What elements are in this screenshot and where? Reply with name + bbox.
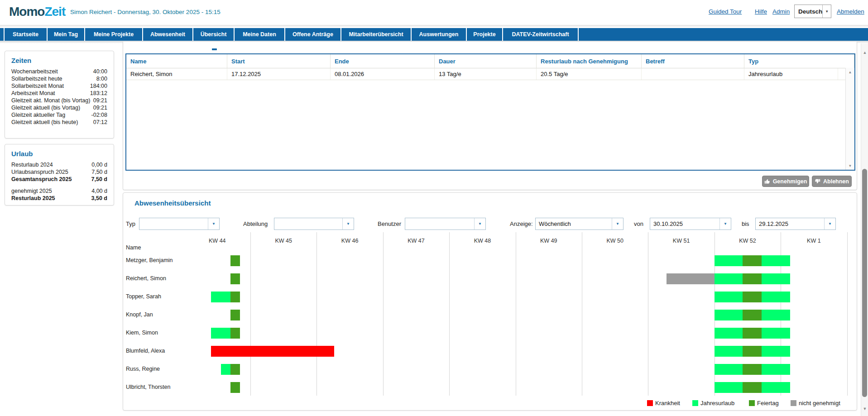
scrollbar-thumb[interactable] <box>862 169 867 397</box>
app-logo[interactable]: MomoZeit <box>9 5 65 19</box>
chevron-down-icon[interactable]: ▼ <box>612 218 623 230</box>
chevron-down-icon[interactable]: ▼ <box>824 218 835 230</box>
thumbs-down-icon <box>815 178 820 184</box>
requests-table: NameStartEndeDauerResturlaub nach Genehm… <box>125 53 855 171</box>
scroll-down-icon[interactable]: ▼ <box>846 163 854 169</box>
absence-panel: Abwesenheitsübersicht Typ ▼ Abteilung ▼ … <box>123 192 857 411</box>
week-label: KW 50 <box>582 238 648 244</box>
gantt-bar-urlaub <box>762 364 790 375</box>
nav-tab-auswertungen[interactable]: Auswertungen <box>412 28 467 41</box>
stat-row: Sollarbeitszeit heute8:00 <box>11 75 107 82</box>
von-date-select[interactable]: 30.10.2025 ▼ <box>650 218 731 230</box>
legend-label: Jahresurlaub <box>700 400 734 406</box>
gantt-bar-feiertag <box>230 382 240 393</box>
week-gridline <box>582 232 582 396</box>
header-shadow <box>0 25 868 28</box>
stat-label: Gesamtanspruch 2025 <box>11 176 91 183</box>
typ-filter-select[interactable]: ▼ <box>139 218 220 230</box>
gantt-bar-nicht_genehmigt <box>667 273 715 284</box>
bis-filter-label: bis <box>742 220 749 227</box>
employee-name: Topper, Sarah <box>126 293 161 300</box>
column-header-start: Start <box>227 54 331 68</box>
benutzer-filter-label: Benutzer <box>378 220 401 227</box>
table-scrollbar[interactable]: ▲ ▼ <box>845 68 854 170</box>
table-row[interactable]: Reichert, Simon17.12.202508.01.202613 Ta… <box>126 68 854 80</box>
benutzer-filter-select[interactable]: ▼ <box>405 218 486 230</box>
anzeige-filter-label: Anzeige: <box>510 220 533 227</box>
nav-tab-mein-tag[interactable]: Mein Tag <box>48 28 85 41</box>
nav-tab-startseite[interactable]: Startseite <box>5 28 48 41</box>
anzeige-filter-select[interactable]: Wöchentlich ▼ <box>535 218 623 230</box>
logout-link[interactable]: Abmelden <box>837 8 864 15</box>
gantt-bar-feiertag <box>743 328 762 339</box>
stat-label: Resturlaub 2025 <box>11 195 91 202</box>
stat-label: Gleitzeit aktueller Tag <box>11 111 91 119</box>
chevron-down-icon[interactable]: ▼ <box>474 218 485 230</box>
nav-tab-datev-zeitwirtschaft[interactable]: DATEV-Zeitwirtschaft <box>503 28 579 41</box>
gantt-bar-feiertag <box>230 255 240 266</box>
stat-value: 0,00 d <box>91 161 107 168</box>
scroll-down-icon[interactable]: ▼ <box>861 405 868 412</box>
week-label: KW 46 <box>317 238 383 244</box>
gantt-bar-feiertag <box>230 292 240 302</box>
stat-value: -02:08 <box>91 111 107 119</box>
week-gridline <box>847 232 848 396</box>
stat-label: Sollarbeitszeit heute <box>11 75 96 82</box>
stat-label: Gleitzeit aktuell (bis Vortag) <box>11 104 93 111</box>
gantt-bar-feiertag <box>230 328 240 339</box>
top-header: MomoZeit Simon Reichert - Donnerstag, 30… <box>0 0 868 25</box>
stat-row: Gleitzeit aktuell (bis heute)07:12 <box>11 119 107 126</box>
scroll-up-icon[interactable]: ▲ <box>846 69 854 75</box>
nav-tab-offene-antr-ge[interactable]: Offene Anträge <box>285 28 341 41</box>
nav-tab--bersicht[interactable]: Übersicht <box>193 28 235 41</box>
admin-link[interactable]: Admin <box>772 8 790 15</box>
nav-tab-meine-projekte[interactable]: Meine Projekte <box>85 28 143 41</box>
gantt-bar-feiertag <box>230 310 240 320</box>
gantt-bar-urlaub <box>762 328 790 339</box>
urlaub-panel: Urlaub Resturlaub 20240,00 dUrlaubsanspr… <box>5 144 114 206</box>
column-header-ende: Ende <box>331 54 435 68</box>
chevron-down-icon[interactable]: ▼ <box>822 5 831 18</box>
nav-tab-meine-daten[interactable]: Meine Daten <box>235 28 285 41</box>
gantt-bar-urlaub <box>762 255 790 266</box>
employee-name: Kiem, Simon <box>126 330 158 336</box>
reject-button[interactable]: Ablehnen <box>812 176 852 187</box>
scroll-up-icon[interactable]: ▲ <box>861 49 868 56</box>
reject-button-label: Ablehnen <box>823 178 849 185</box>
gantt-bar-feiertag <box>743 273 762 284</box>
stat-value: 40:00 <box>93 68 107 75</box>
stat-label: Sollarbeitszeit Monat <box>11 82 90 90</box>
employee-name: Blumfeld, Alexa <box>126 348 165 354</box>
gantt-bar-urlaub <box>715 346 743 357</box>
employee-name: Knopf, Jan <box>126 311 153 318</box>
gantt-bar-feiertag <box>743 382 762 393</box>
bis-date-select[interactable]: 29.12.2025 ▼ <box>755 218 836 230</box>
logo-momo: Momo <box>9 5 44 19</box>
bis-date-value: 29.12.2025 <box>756 218 824 230</box>
column-header-name: Name <box>126 54 227 68</box>
chevron-down-icon[interactable]: ▼ <box>342 218 354 230</box>
table-cell: 08.01.2026 <box>331 68 435 80</box>
stat-value: 7,50 d <box>91 176 107 183</box>
approve-button[interactable]: Genehmigen <box>762 176 809 187</box>
week-gridline <box>449 232 450 396</box>
gantt-bar-urlaub <box>762 346 790 357</box>
nav-tab-mitarbeiter-bersicht[interactable]: Mitarbeiterübersicht <box>341 28 412 41</box>
stat-label: Urlaubsanspruch 2025 <box>11 168 91 176</box>
language-select[interactable]: Deutsch ▼ <box>794 5 831 18</box>
week-gridline <box>317 232 317 396</box>
legend-item-feiertag: Feiertag <box>749 400 779 406</box>
help-link[interactable]: Hilfe <box>755 8 767 15</box>
chevron-down-icon[interactable]: ▼ <box>719 218 731 230</box>
abteilung-filter-select[interactable]: ▼ <box>274 218 354 230</box>
legend-swatch <box>791 400 796 406</box>
page-scrollbar[interactable]: ▲ ▼ <box>861 43 868 416</box>
legend-swatch <box>749 400 755 406</box>
von-date-value: 30.10.2025 <box>650 218 719 230</box>
stat-label: genehmigt 2025 <box>11 187 91 195</box>
gantt-bar-urlaub <box>211 328 230 339</box>
nav-tab-projekte[interactable]: Projekte <box>467 28 503 41</box>
guided-tour-link[interactable]: Guided Tour <box>709 8 742 15</box>
chevron-down-icon[interactable]: ▼ <box>208 218 219 230</box>
nav-tab-abwesenheit[interactable]: Abwesenheit <box>143 28 193 41</box>
